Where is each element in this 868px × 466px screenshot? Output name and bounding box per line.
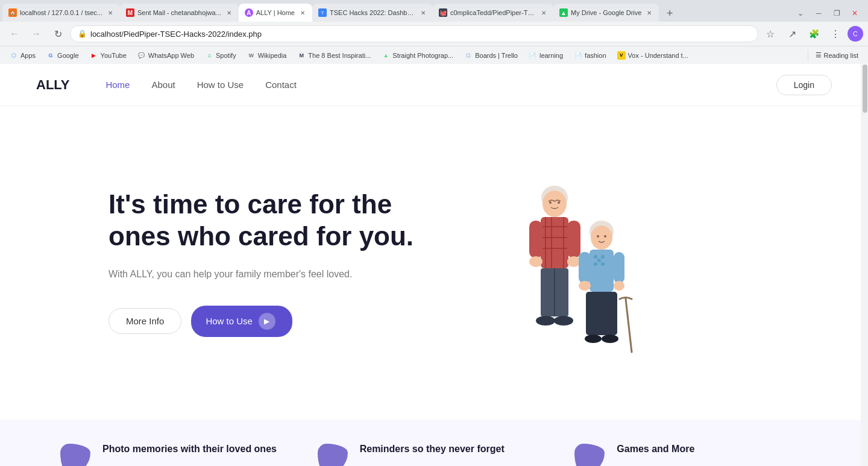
bookmark-inspirati-label: The 8 Best Inspirati... [308, 52, 371, 59]
svg-point-24 [594, 255, 597, 259]
forward-button[interactable]: → [27, 24, 46, 43]
tab-5-close[interactable]: ✕ [539, 8, 549, 17]
tab-4-title: TSEC Hacks 2022: Dashbo... [330, 9, 415, 16]
learning-favicon: 📄 [529, 51, 537, 60]
restore-button[interactable]: ❐ [828, 5, 845, 22]
chrome-menu-button[interactable]: ⋮ [826, 24, 845, 43]
tab-4[interactable]: T TSEC Hacks 2022: Dashbo... ✕ [312, 4, 433, 22]
bookmark-youtube[interactable]: ▶ YouTube [85, 49, 131, 62]
tab-2-title: Sent Mail - chetanabhojwa... [137, 9, 221, 16]
bookmark-vox[interactable]: V Vox - Understand t... [612, 49, 693, 62]
svg-rect-29 [579, 252, 591, 283]
new-tab-button[interactable]: + [661, 5, 678, 22]
bookmarks-right: ☰ Reading list [805, 49, 863, 62]
svg-rect-30 [614, 252, 624, 283]
tab-2[interactable]: M Sent Mail - chetanabhojwa... ✕ [120, 4, 239, 22]
bookmark-google[interactable]: G Google [42, 49, 83, 62]
tab-1[interactable]: 🏠 localhost / 127.0.0.1 / tsec... ✕ [2, 4, 120, 22]
svg-point-3 [558, 201, 560, 204]
bookmark-photo[interactable]: ▲ Straight Photograp... [377, 49, 458, 62]
nav-link-contact[interactable]: Contact [265, 80, 297, 90]
how-to-use-label: How to Use [206, 316, 253, 326]
whatsapp-favicon: 💬 [137, 51, 146, 60]
bookmark-learning[interactable]: 📄 learning [524, 49, 568, 62]
elderly-couple-svg [494, 166, 663, 359]
tab-4-favicon: T [318, 8, 327, 17]
play-icon: ▶ [259, 313, 275, 330]
tab-3-active[interactable]: A ALLY | Home ✕ [239, 4, 312, 22]
nav-links: Home About How to Use Contact [105, 80, 776, 90]
bookmark-whatsapp[interactable]: 💬 WhatsApp Web [133, 49, 199, 62]
tab-2-favicon: M [126, 8, 134, 17]
svg-point-21 [597, 235, 599, 238]
profile-avatar[interactable]: C [848, 26, 863, 42]
svg-point-14 [567, 256, 580, 267]
svg-rect-12 [567, 221, 580, 258]
reading-list-icon: ☰ [816, 51, 822, 59]
lock-icon: 🔒 [78, 30, 87, 38]
feature-reminders-text: Reminders so they never forget [360, 444, 551, 457]
reading-list-label: Reading list [824, 52, 858, 59]
feature-games-text: Games and More [617, 444, 808, 457]
login-button[interactable]: Login [776, 75, 832, 95]
nav-link-about[interactable]: About [151, 80, 175, 90]
svg-point-26 [594, 262, 597, 266]
share-button[interactable]: ↗ [782, 24, 802, 43]
tab-4-close[interactable]: ✕ [418, 8, 428, 17]
minimize-button[interactable]: ─ [810, 5, 827, 22]
tab-6-favicon: ▲ [559, 8, 568, 17]
bookmark-trello-label: Boards | Trello [475, 52, 518, 59]
tab-list-button[interactable]: ⌄ [792, 5, 809, 22]
svg-point-20 [591, 225, 612, 250]
bookmark-apps[interactable]: ⬡ Apps [5, 49, 40, 62]
tab-3-favicon: A [245, 8, 253, 17]
bookmark-wikipedia[interactable]: W Wikipedia [242, 49, 292, 62]
toolbar: ← → ↻ 🔒 localhost/PiedPiper-TSEC-Hacks-2… [0, 22, 868, 46]
bookmark-photo-label: Straight Photograp... [392, 52, 453, 59]
svg-point-22 [604, 235, 606, 238]
bookmark-google-label: Google [57, 52, 78, 59]
photos-icon-blob [60, 444, 90, 466]
svg-rect-4 [541, 217, 568, 268]
website-content: ALLY Home About How to Use Contact Login… [0, 64, 868, 466]
reading-list-button[interactable]: ☰ Reading list [811, 49, 863, 62]
how-to-use-button[interactable]: How to Use ▶ [191, 306, 292, 337]
google-favicon: G [46, 51, 55, 60]
reload-button[interactable]: ↻ [48, 24, 68, 43]
tab-2-close[interactable]: ✕ [224, 8, 234, 17]
bookmarks-bar: ⬡ Apps G Google ▶ YouTube 💬 WhatsApp Web… [0, 46, 868, 64]
svg-rect-33 [586, 292, 617, 335]
bookmark-fashion[interactable]: 📄 fashion [569, 49, 611, 62]
bookmark-trello[interactable]: □ Boards | Trello [459, 49, 523, 62]
tab-5[interactable]: 🐙 c0mplicaTedd/PiedPiper-TS... ✕ [433, 4, 553, 22]
bookmark-star-button[interactable]: ☆ [761, 24, 780, 43]
nav-link-how-to-use[interactable]: How to Use [197, 80, 244, 90]
close-window-button[interactable]: ✕ [846, 5, 863, 22]
hero-section: It's time to care for the ones who cared… [0, 106, 868, 420]
svg-point-1 [542, 190, 567, 217]
nav-link-home[interactable]: Home [105, 80, 130, 90]
feature-card-reminders: Reminders so they never forget [318, 444, 551, 466]
bookmark-spotify[interactable]: ♫ Spotify [200, 49, 241, 62]
tab-1-close[interactable]: ✕ [105, 8, 115, 17]
tab-1-title: localhost / 127.0.0.1 / tsec... [20, 9, 102, 16]
tab-6-close[interactable]: ✕ [644, 8, 654, 17]
more-info-button[interactable]: More Info [108, 308, 181, 334]
back-button[interactable]: ← [5, 24, 24, 43]
tab-3-close[interactable]: ✕ [298, 8, 307, 17]
svg-point-17 [536, 316, 555, 326]
nav-logo: ALLY [36, 77, 69, 93]
tab-6[interactable]: ▲ My Drive - Google Drive ✕ [553, 4, 659, 22]
bookmark-inspirati[interactable]: M The 8 Best Inspirati... [292, 49, 376, 62]
feature-cards-section: Photo memories with their loved ones Rem… [0, 420, 868, 466]
bookmark-apps-label: Apps [20, 52, 36, 59]
bookmark-wikipedia-label: Wikipedia [258, 52, 287, 59]
wikipedia-favicon: W [247, 51, 256, 60]
scrollbar[interactable] [861, 65, 868, 466]
nav-right: Login [776, 75, 832, 95]
svg-point-31 [579, 281, 591, 291]
extensions-button[interactable]: 🧩 [804, 24, 823, 43]
scrollbar-thumb[interactable] [863, 65, 867, 113]
tab-5-favicon: 🐙 [439, 8, 447, 17]
address-bar[interactable]: 🔒 localhost/PiedPiper-TSEC-Hacks-2022/in… [70, 25, 758, 42]
